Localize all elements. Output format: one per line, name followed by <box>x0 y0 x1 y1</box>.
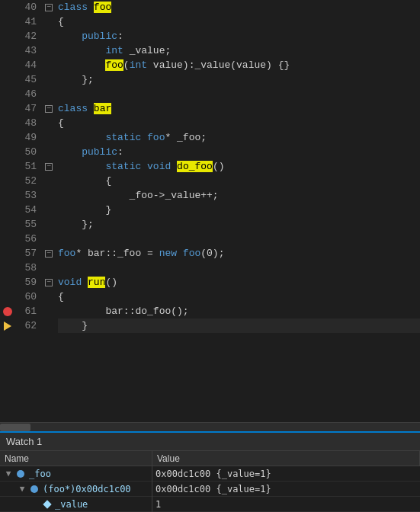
collapse-cell <box>43 318 55 333</box>
gutter-cell <box>0 318 15 333</box>
code-token: (0); <box>200 248 224 259</box>
collapse-button[interactable]: − <box>45 279 53 286</box>
code-token: new <box>159 248 177 259</box>
line-number: 47 <box>15 101 37 116</box>
gutter-cell <box>0 232 15 246</box>
code-token <box>177 248 183 259</box>
collapse-cell[interactable]: − <box>43 159 55 174</box>
code-token: : <box>117 146 123 158</box>
code-token: int <box>130 59 147 71</box>
collapse-cell[interactable]: − <box>43 0 55 14</box>
code-token: void <box>147 161 171 172</box>
code-lines: class foo{ public: int _value; foo(int v… <box>55 0 420 422</box>
line-number: 55 <box>15 217 37 232</box>
breakpoint-icon[interactable] <box>3 307 12 316</box>
gutter-cell <box>0 130 15 145</box>
code-token: run <box>88 277 105 288</box>
gutter-cell <box>0 43 15 58</box>
code-line: public: <box>58 29 420 43</box>
code-token <box>58 161 105 172</box>
collapse-watch-icon[interactable]: ▼ <box>17 484 27 494</box>
code-token: class <box>58 103 88 114</box>
watch-object-icon <box>17 470 24 478</box>
collapse-cell <box>43 290 55 304</box>
code-token <box>58 306 105 317</box>
line-number: 41 <box>15 14 37 29</box>
gutter-cell <box>0 159 15 174</box>
gutter-cell <box>0 29 15 43</box>
collapse-cell[interactable]: − <box>43 101 55 116</box>
code-line: }; <box>58 217 420 232</box>
watch-value-icon <box>43 500 51 508</box>
line-number: 49 <box>15 130 37 145</box>
collapse-button[interactable]: − <box>45 163 53 171</box>
scrollbar-thumb[interactable] <box>0 424 30 431</box>
code-token: foo <box>147 132 165 143</box>
collapse-button[interactable]: − <box>45 250 53 258</box>
code-token: : <box>117 30 123 42</box>
gutter-cell <box>0 174 15 188</box>
gutter-cell <box>0 87 15 101</box>
line-number: 45 <box>15 72 37 87</box>
code-line: void run() <box>58 275 420 290</box>
code-line: static void do_foo() <box>58 159 420 174</box>
collapse-column: −−−−− <box>43 0 55 422</box>
gutter-cell <box>0 116 15 130</box>
code-line: } <box>58 203 420 217</box>
collapse-cell[interactable]: − <box>43 246 55 261</box>
code-token: do_foo <box>177 161 213 172</box>
watch-object-icon <box>30 485 38 493</box>
watch-name-cell: ▼_foo <box>0 466 152 482</box>
code-editor: 4041424344454647484950515253545556575859… <box>0 0 420 431</box>
collapse-cell[interactable]: − <box>43 275 55 290</box>
code-token: _value; <box>123 45 171 56</box>
watch-row[interactable]: _value1 <box>0 497 420 512</box>
gutter-cell <box>0 14 15 29</box>
collapse-cell <box>43 72 55 87</box>
collapse-cell <box>43 261 55 275</box>
code-token <box>58 219 82 230</box>
watch-title: Watch 1 <box>6 436 42 447</box>
code-token: class <box>58 2 88 13</box>
watch-table: Name Value ▼_foo0x00dc1c00 {_value=1}▼(f… <box>0 451 420 512</box>
code-token <box>141 132 147 143</box>
collapse-cell <box>43 174 55 188</box>
code-line: { <box>58 290 420 304</box>
gutter-cell <box>0 101 15 116</box>
code-token: public <box>82 30 117 42</box>
collapse-cell <box>43 14 55 29</box>
line-numbers: 4041424344454647484950515253545556575859… <box>15 0 43 422</box>
line-number: 43 <box>15 43 37 58</box>
code-token: { <box>58 291 64 302</box>
watch-row[interactable]: ▼(foo*)0x00dc1c000x00dc1c00 {_value=1} <box>0 482 420 497</box>
code-token: _foo->_value++; <box>58 190 219 201</box>
line-number: 51 <box>15 159 37 174</box>
collapse-watch-icon[interactable]: ▼ <box>3 469 14 479</box>
collapse-cell <box>43 145 55 159</box>
watch-header: Watch 1 <box>0 433 420 451</box>
line-number: 42 <box>15 29 37 43</box>
line-number: 59 <box>15 275 37 290</box>
watch-row[interactable]: ▼_foo0x00dc1c00 {_value=1} <box>0 466 420 482</box>
code-token: static <box>105 161 141 172</box>
code-token: public <box>82 146 117 158</box>
code-token: * bar::_foo = <box>75 248 159 259</box>
code-line: class foo <box>58 0 420 14</box>
collapse-cell <box>43 43 55 58</box>
collapse-cell <box>43 304 55 318</box>
horizontal-scrollbar[interactable] <box>0 422 420 431</box>
code-token <box>58 132 105 143</box>
code-token: () <box>213 161 225 172</box>
line-number: 54 <box>15 203 37 217</box>
collapse-cell <box>43 58 55 72</box>
gutter-cell <box>0 261 15 275</box>
watch-value-cell: 1 <box>152 497 420 512</box>
gutter-cell <box>0 246 15 261</box>
collapse-button[interactable]: − <box>45 105 53 113</box>
collapse-cell <box>43 217 55 232</box>
collapse-cell <box>43 203 55 217</box>
code-token: () <box>105 277 117 288</box>
code-line: class bar <box>58 101 420 116</box>
code-line: int _value; <box>58 43 420 58</box>
collapse-button[interactable]: − <box>45 4 53 11</box>
